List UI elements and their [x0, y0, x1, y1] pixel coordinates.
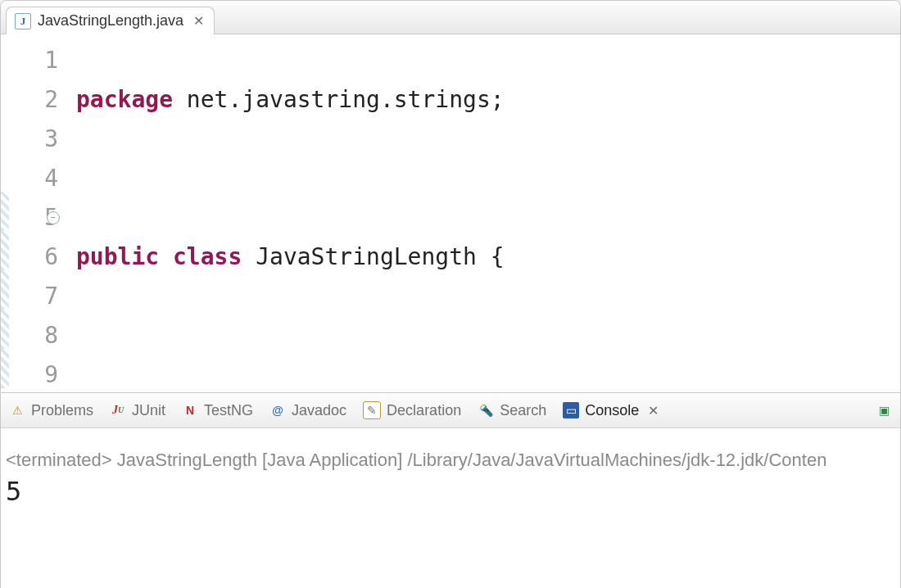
line-number: 7 [9, 277, 58, 316]
line-number: 3 [9, 120, 58, 159]
editor-tab-bar: J JavaStringLength.java ✕ [1, 1, 900, 34]
tab-junit[interactable]: JU JUnit [110, 402, 165, 419]
console-output: 5 [6, 477, 895, 506]
problems-icon: ⚠ [9, 402, 25, 418]
code-area[interactable]: 1 2 3 4 5− 6 7 8 9 package net.javastrin… [1, 34, 900, 392]
editor-tab-title: JavaStringLength.java [38, 12, 183, 29]
line-number: 4 [9, 159, 58, 198]
views-tab-bar: ⚠ Problems JU JUnit N TestNG @ Javadoc ✎… [1, 393, 900, 428]
console-icon: ▭ [563, 402, 579, 418]
tab-javadoc[interactable]: @ Javadoc [269, 402, 346, 419]
javadoc-icon: @ [269, 402, 286, 418]
junit-icon: JU [110, 402, 126, 418]
tab-problems[interactable]: ⚠ Problems [9, 402, 93, 419]
tab-search[interactable]: 🔦 Search [478, 402, 546, 419]
line-number-gutter: 1 2 3 4 5− 6 7 8 9 [9, 34, 68, 392]
java-file-icon: J [15, 13, 31, 29]
folding-strip [1, 34, 9, 392]
close-icon[interactable]: ✕ [193, 13, 204, 29]
line-number: 5− [9, 198, 58, 237]
search-icon: 🔦 [478, 402, 494, 418]
bottom-pane: ⚠ Problems JU JUnit N TestNG @ Javadoc ✎… [0, 393, 901, 588]
declaration-icon: ✎ [363, 401, 381, 419]
editor-tab[interactable]: J JavaStringLength.java ✕ [6, 7, 215, 34]
line-number: 9 [9, 355, 58, 392]
console-run-header: <terminated> JavaStringLength [Java Appl… [6, 448, 895, 473]
tab-declaration[interactable]: ✎ Declaration [363, 401, 461, 419]
line-number: 1 [9, 41, 58, 80]
pin-console-icon[interactable]: ▣ [876, 402, 892, 418]
code-text[interactable]: package net.javastring.strings; public c… [68, 34, 900, 392]
console-body[interactable]: <terminated> JavaStringLength [Java Appl… [1, 428, 900, 588]
line-number: 6 [9, 237, 58, 277]
editor-pane: J JavaStringLength.java ✕ 1 2 3 4 5− 6 7… [0, 0, 901, 393]
fold-icon[interactable]: − [47, 211, 60, 224]
line-number: 2 [9, 80, 58, 120]
line-number: 8 [9, 316, 58, 355]
testng-icon: N [182, 402, 198, 418]
tab-testng[interactable]: N TestNG [182, 402, 253, 419]
close-icon[interactable]: ✕ [648, 403, 659, 418]
tab-console[interactable]: ▭ Console ✕ [563, 402, 659, 419]
